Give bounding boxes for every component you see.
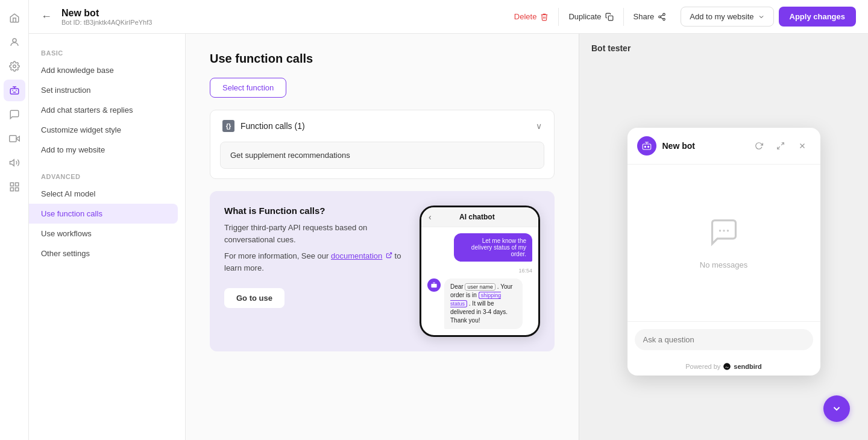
svg-point-18	[433, 285, 434, 286]
sidebar-item-other-settings[interactable]: Other settings	[29, 244, 185, 263]
function-calls-label: Function calls (1)	[241, 121, 305, 131]
chat-bot-avatar	[637, 136, 656, 156]
nav-chat[interactable]	[4, 104, 25, 125]
duplicate-button[interactable]: Duplicate	[559, 7, 623, 26]
bot-id: Bot ID: tB3jnktk4AQKirIPeYhf3	[61, 19, 497, 26]
documentation-link[interactable]: documentation	[331, 251, 382, 260]
sidebar-item-add-knowledge-base[interactable]: Add knowledge base	[29, 60, 185, 80]
svg-line-23	[781, 142, 784, 145]
sidebar-item-use-workflows[interactable]: Use workflows	[29, 224, 185, 244]
svg-point-19	[435, 285, 436, 286]
nav-megaphone[interactable]	[4, 152, 25, 174]
chat-widget-body: No messages	[627, 165, 820, 321]
nav-home[interactable]	[4, 7, 25, 29]
phone-messages: Let me know the delivery status of my or…	[421, 227, 538, 335]
svg-rect-2	[10, 89, 19, 94]
chat-widget-input-area	[627, 321, 820, 357]
back-button[interactable]: ←	[41, 10, 52, 23]
svg-rect-20	[643, 144, 651, 149]
svg-point-1	[13, 65, 16, 68]
sidebar-basic-label: Basic	[29, 46, 185, 60]
add-to-website-button[interactable]: Add to my website	[681, 7, 773, 27]
phone-time: 16:54	[427, 268, 532, 274]
scroll-down-button[interactable]	[823, 395, 850, 422]
svg-point-0	[13, 39, 16, 42]
svg-rect-9	[15, 188, 18, 191]
info-box-title: What is Function calls?	[224, 206, 407, 216]
function-item: Get supplement recommendations	[220, 142, 544, 169]
sidebar: Basic Add knowledge base Set instruction…	[29, 34, 186, 440]
chat-widget-footer: Powered by sendbird	[627, 357, 820, 376]
svg-point-12	[659, 16, 661, 18]
bot-tester-header: Bot tester	[579, 34, 868, 63]
sendbird-name: sendbird	[734, 363, 761, 370]
chat-widget: New bot	[627, 128, 820, 376]
nav-video[interactable]	[4, 128, 25, 149]
panel-title: Use function calls	[210, 52, 555, 66]
info-box-text2: For more information, See our documentat…	[224, 250, 407, 274]
header: ← New bot Bot ID: tB3jnktk4AQKirIPeYhf3 …	[29, 0, 868, 34]
svg-point-11	[663, 13, 665, 16]
sidebar-item-set-instruction[interactable]: Set instruction	[29, 80, 185, 100]
sidebar-item-add-chat-starters[interactable]: Add chat starters & replies	[29, 100, 185, 120]
nav-bot[interactable]	[4, 80, 25, 101]
info-box: What is Function calls? Trigger third-pa…	[210, 191, 555, 351]
bot-tester-body: New bot	[579, 63, 868, 440]
share-button[interactable]: Share	[624, 7, 676, 26]
sidebar-item-customize-widget[interactable]: Customize widget style	[29, 120, 185, 140]
phone-msg-left: Dear user name . Your order is in shippi…	[427, 278, 523, 329]
sidebar-item-use-function-calls[interactable]: Use function calls	[29, 204, 178, 224]
close-button[interactable]	[794, 137, 811, 154]
svg-marker-5	[10, 160, 14, 166]
header-actions: Delete Duplicate Share Add to my website…	[505, 7, 856, 27]
refresh-button[interactable]	[750, 137, 767, 154]
delete-button[interactable]: Delete	[505, 7, 559, 26]
svg-point-28	[723, 230, 725, 231]
title-group: New bot Bot ID: tB3jnktk4AQKirIPeYhf3	[61, 8, 497, 26]
main-panel: Use function calls Select function {} Fu…	[186, 34, 579, 440]
content-area: Basic Add knowledge base Set instruction…	[29, 34, 868, 440]
nav-bar	[0, 0, 29, 440]
select-function-button[interactable]: Select function	[210, 78, 286, 98]
chevron-down-icon: ∨	[536, 121, 542, 131]
nav-settings[interactable]	[4, 55, 25, 77]
nav-grid[interactable]	[4, 176, 25, 198]
phone-mockup: ‹ AI chatbot Let me know the delivery st…	[420, 206, 540, 337]
apply-changes-button[interactable]: Apply changes	[779, 7, 856, 27]
svg-line-24	[777, 146, 779, 149]
svg-rect-17	[432, 284, 437, 288]
external-link-icon	[386, 252, 392, 259]
svg-point-22	[647, 146, 649, 147]
phone-back-icon: ‹	[429, 212, 432, 222]
svg-point-13	[663, 18, 665, 20]
svg-point-21	[644, 146, 646, 147]
svg-rect-4	[9, 136, 16, 142]
no-messages-text: No messages	[700, 260, 747, 269]
svg-rect-8	[10, 188, 13, 191]
svg-point-27	[719, 230, 720, 231]
svg-point-29	[726, 230, 728, 231]
svg-line-16	[389, 253, 392, 256]
curly-braces-icon: {}	[222, 120, 234, 132]
svg-rect-10	[608, 16, 613, 20]
function-calls-header[interactable]: {} Function calls (1) ∨	[210, 110, 554, 142]
function-calls-body: Get supplement recommendations	[210, 142, 554, 178]
nav-users[interactable]	[4, 31, 25, 53]
phone-msg-right: Let me know the delivery status of my or…	[454, 233, 532, 262]
sendbird-logo-icon	[723, 362, 731, 371]
chat-input[interactable]	[635, 329, 813, 350]
function-calls-box: {} Function calls (1) ∨ Get supplement r…	[210, 110, 555, 179]
svg-line-14	[661, 17, 663, 18]
svg-line-15	[661, 14, 663, 16]
svg-rect-6	[10, 183, 13, 186]
go-to-use-button[interactable]: Go to use	[224, 288, 285, 308]
sidebar-item-add-to-website[interactable]: Add to my website	[29, 140, 185, 160]
main-container: ← New bot Bot ID: tB3jnktk4AQKirIPeYhf3 …	[29, 0, 868, 440]
chat-widget-header: New bot	[627, 128, 820, 165]
info-box-text1: Trigger third-party API requests based o…	[224, 222, 407, 245]
minimize-button[interactable]	[772, 137, 789, 154]
sidebar-item-select-ai-model[interactable]: Select AI model	[29, 184, 185, 204]
phone-title: AI chatbot	[459, 213, 495, 221]
no-messages-icon	[708, 216, 740, 254]
sidebar-advanced-label: Advanced	[29, 169, 185, 184]
